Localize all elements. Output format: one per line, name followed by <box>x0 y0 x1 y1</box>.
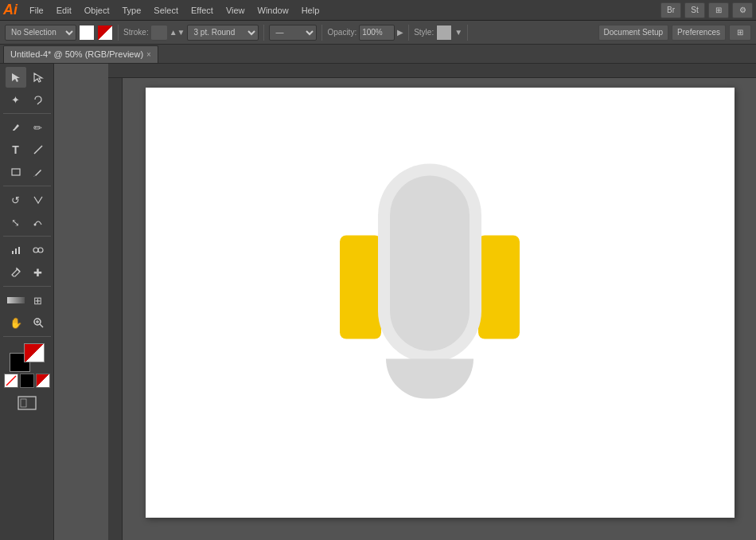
svg-line-15 <box>6 376 16 385</box>
svg-rect-5 <box>12 251 14 254</box>
tool-row-3: ✏ <box>6 117 49 138</box>
svg-rect-7 <box>18 247 20 254</box>
tool-row-11: ✋ <box>6 312 49 333</box>
artwork-group <box>378 164 481 399</box>
tab-bar: Untitled-4* @ 50% (RGB/Preview) × <box>0 45 756 64</box>
style-swatch[interactable] <box>436 25 452 41</box>
tab-close-button[interactable]: × <box>146 50 151 59</box>
pen-tool[interactable] <box>6 117 26 138</box>
stroke-swatch[interactable] <box>97 25 113 41</box>
opacity-label: Opacity: <box>327 28 357 37</box>
graph-tool[interactable] <box>6 240 26 260</box>
document-canvas <box>146 88 735 518</box>
select-tool[interactable] <box>6 67 26 88</box>
text-tool[interactable]: T <box>6 139 26 160</box>
stroke-label: Stroke: <box>123 28 149 37</box>
style-dropdown-arrow[interactable]: ▼ <box>454 28 462 37</box>
svg-rect-6 <box>15 248 17 254</box>
blend-tool[interactable] <box>28 240 49 260</box>
menu-file[interactable]: File <box>24 4 49 17</box>
stroke-type-dropdown[interactable]: 3 pt. Round <box>187 25 259 41</box>
none-swatch[interactable] <box>4 374 18 388</box>
menu-view[interactable]: View <box>220 4 251 17</box>
tool-divider-2 <box>3 186 51 186</box>
ruler-top: /* ruler ticks rendered via CSS */ <box>108 64 756 78</box>
document-setup-button[interactable]: Document Setup <box>598 25 669 41</box>
hand-tool[interactable]: ✋ <box>6 312 26 333</box>
menu-object[interactable]: Object <box>79 4 115 17</box>
magic-wand-tool[interactable]: ✦ <box>6 89 26 110</box>
tool-row-9: ✚ <box>6 262 49 283</box>
preferences-button[interactable]: Preferences <box>672 25 726 41</box>
opacity-arrow[interactable]: ▶ <box>397 28 403 37</box>
svg-point-4 <box>33 224 36 226</box>
mic-capsule <box>378 164 481 363</box>
fill-stroke-swatches <box>10 343 45 372</box>
opacity-group: Opacity: ▶ <box>327 25 409 41</box>
tool-row-7: ⤡ <box>6 212 49 233</box>
scale-tool[interactable]: ⤡ <box>6 212 26 233</box>
variable-width-dropdown[interactable]: — <box>269 25 317 41</box>
svg-rect-10 <box>7 297 25 303</box>
stroke-weight-input[interactable] <box>151 25 167 41</box>
pencil-tool[interactable]: ✏ <box>28 117 49 138</box>
direct-select-tool[interactable] <box>28 67 49 88</box>
left-toolbar: ✦ ✏ T <box>0 64 54 540</box>
menu-select[interactable]: Select <box>148 4 184 17</box>
reflect-tool[interactable] <box>28 190 49 210</box>
selection-dropdown[interactable]: No Selection <box>5 25 76 41</box>
stock-icon[interactable]: St <box>684 2 705 18</box>
menu-bar: Ai File Edit Object Type Select Effect V… <box>0 0 756 21</box>
svg-rect-3 <box>12 169 20 175</box>
plugin-icon[interactable]: ⚙ <box>732 2 753 18</box>
mesh-tool[interactable]: ⊞ <box>28 290 49 311</box>
opacity-input[interactable] <box>359 25 395 41</box>
menu-edit[interactable]: Edit <box>51 4 77 17</box>
lasso-tool[interactable] <box>28 89 49 110</box>
app-logo: Ai <box>3 2 18 18</box>
color-mode-swatches <box>4 374 50 388</box>
rotate-tool[interactable]: ↺ <box>6 190 26 210</box>
menu-help[interactable]: Help <box>296 4 325 17</box>
grid-icon[interactable]: ⊞ <box>708 2 729 18</box>
black-swatch[interactable] <box>20 374 34 388</box>
canvas-area: /* ruler ticks rendered via CSS */ <box>54 64 756 540</box>
svg-line-12 <box>40 324 43 327</box>
svg-rect-18 <box>108 64 756 78</box>
tool-row-12 <box>5 393 49 413</box>
selection-group: No Selection <box>5 25 119 41</box>
tool-divider-1 <box>3 113 51 114</box>
toolbar: No Selection Stroke: ▲▼ 3 pt. Round — Op… <box>0 21 756 45</box>
stroke-group: Stroke: ▲▼ 3 pt. Round <box>123 25 264 41</box>
measure-tool[interactable]: ✚ <box>28 262 49 283</box>
variable-stroke-group: — <box>269 25 322 41</box>
zoom-tool[interactable] <box>28 312 49 333</box>
menu-effect[interactable]: Effect <box>185 4 219 17</box>
fill-swatch[interactable] <box>79 25 95 41</box>
rect-tool[interactable] <box>6 162 26 182</box>
style-group: Style: ▼ <box>414 25 468 41</box>
tool-divider-5 <box>3 336 51 337</box>
svg-marker-1 <box>34 73 42 82</box>
svg-point-8 <box>33 248 38 252</box>
tool-row-6: ↺ <box>6 190 49 210</box>
bridge-icon[interactable]: Br <box>661 2 681 18</box>
artboard-tool[interactable] <box>5 393 49 413</box>
menu-type[interactable]: Type <box>117 4 147 17</box>
fill-color-swatch[interactable] <box>24 343 45 362</box>
red-swatch[interactable] <box>36 374 50 388</box>
line-tool[interactable] <box>28 139 49 160</box>
eyedropper-tool[interactable] <box>6 262 26 283</box>
tab-title: Untitled-4* @ 50% (RGB/Preview) <box>10 49 143 59</box>
svg-rect-17 <box>21 399 26 407</box>
warp-tool[interactable] <box>28 212 49 233</box>
menu-window[interactable]: Window <box>252 4 294 17</box>
svg-point-9 <box>38 248 43 252</box>
tool-row-2: ✦ <box>6 89 49 110</box>
brush-tool[interactable] <box>28 162 49 182</box>
mic-left-arm <box>340 236 381 339</box>
document-tab[interactable]: Untitled-4* @ 50% (RGB/Preview) × <box>3 45 158 63</box>
arrange-icons-button[interactable]: ⊞ <box>729 25 751 41</box>
gradient-tool[interactable] <box>6 290 26 311</box>
tool-divider-4 <box>3 286 51 287</box>
